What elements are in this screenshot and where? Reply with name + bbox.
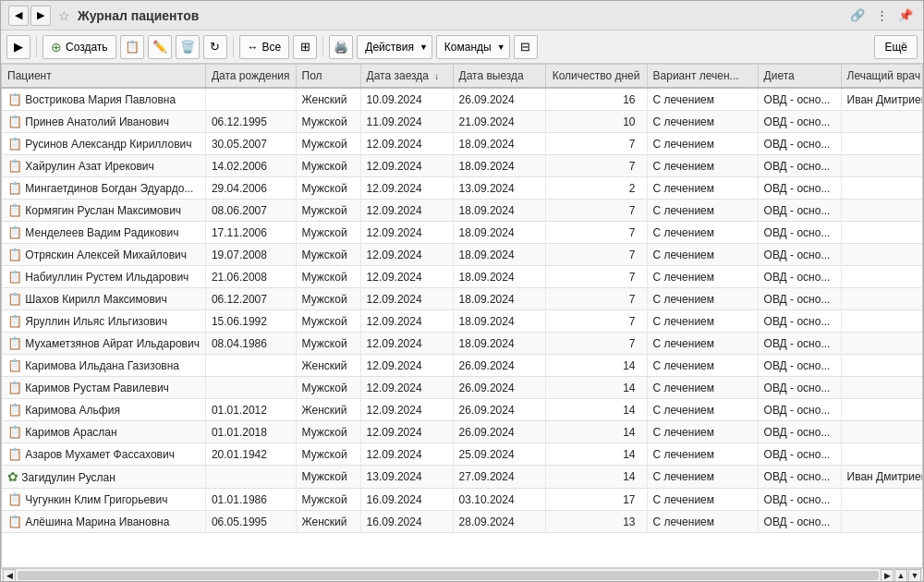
- cell-checkin: 12.09.2024: [360, 355, 453, 377]
- col-header-patient[interactable]: Пациент: [2, 65, 205, 88]
- table-row[interactable]: 📋 Отряскин Алексей Михайлович 19.07.2008…: [2, 244, 923, 266]
- table-row[interactable]: 📋 Каримова Альфия 01.01.2012 Женский 12.…: [2, 399, 923, 421]
- cell-patient: 📋 Азаров Мухамет Фассахович: [2, 443, 205, 466]
- table-row[interactable]: 📋 Менделеев Вадим Радикович 17.11.2006 М…: [2, 222, 923, 244]
- col-header-sex[interactable]: Пол: [296, 65, 360, 88]
- scroll-arrow-down[interactable]: ▼: [908, 569, 921, 582]
- col-header-diet[interactable]: Диета: [758, 65, 841, 88]
- cell-checkout: 26.09.2024: [453, 377, 545, 399]
- refresh-button[interactable]: ↻: [203, 35, 227, 59]
- cell-diet: ОВД - осно...: [758, 511, 841, 533]
- back-button[interactable]: ◀: [8, 6, 29, 26]
- cell-diet: ОВД - осно...: [758, 355, 841, 377]
- cell-diet: ОВД - осно...: [758, 421, 841, 443]
- cell-checkin: 12.09.2024: [360, 288, 453, 310]
- cell-diet: ОВД - осно...: [758, 177, 841, 200]
- favorite-star[interactable]: ☆: [58, 8, 70, 23]
- more-button[interactable]: Ещё: [874, 35, 918, 59]
- print-button[interactable]: 🖨️: [329, 35, 353, 59]
- cell-diet: ОВД - осно...: [758, 266, 841, 288]
- table-row[interactable]: 📋 Набиуллин Рустем Ильдарович 21.06.2008…: [2, 266, 923, 288]
- col-header-checkin[interactable]: Дата заезда ↓: [360, 65, 453, 88]
- all-filter-button[interactable]: ↔ Все: [239, 35, 290, 59]
- cell-diet: ОВД - осно...: [758, 377, 841, 399]
- cell-doctor: [841, 511, 923, 533]
- title-bar: ◀ ▶ ☆ Журнал пациентов 🔗 ⋮ 📌: [1, 1, 923, 30]
- filter-button[interactable]: ⊞: [293, 35, 317, 59]
- actions-label: Действия: [365, 41, 414, 54]
- pin-button[interactable]: 📌: [895, 6, 916, 26]
- cell-checkout: 26.09.2024: [453, 399, 545, 421]
- col-header-checkout[interactable]: Дата выезда: [453, 65, 545, 88]
- more-button[interactable]: ⋮: [871, 6, 892, 26]
- cell-dob: 17.11.2006: [205, 222, 296, 244]
- table-row[interactable]: 📋 Каримова Ильдана Газизовна Женский 12.…: [2, 355, 923, 377]
- table-row[interactable]: 📋 Яруллин Ильяс Ильгизович 15.06.1992 Му…: [2, 310, 923, 333]
- row-icon: 📋: [7, 336, 22, 350]
- table-row[interactable]: 📋 Мухаметзянов Айрат Ильдарович 08.04.19…: [2, 333, 923, 355]
- cell-days: 7: [545, 222, 647, 244]
- table-row[interactable]: 📋 Азаров Мухамет Фассахович 20.01.1942 М…: [2, 443, 923, 466]
- table-row[interactable]: 📋 Чугункин Клим Григорьевич 01.01.1986 М…: [2, 489, 923, 511]
- scroll-arrow-left[interactable]: ◀: [3, 569, 16, 582]
- edit-button[interactable]: ✏️: [148, 35, 172, 59]
- cell-sex: Женский: [296, 399, 360, 421]
- row-icon: 📋: [7, 515, 22, 528]
- cell-dob: 29.04.2006: [205, 177, 296, 200]
- nav-right-button[interactable]: ▶: [6, 35, 30, 59]
- table-row[interactable]: 📋 Алёшина Марина Ивановна 06.05.1995 Жен…: [2, 511, 923, 533]
- col-header-doctor[interactable]: Лечащий врач: [841, 65, 923, 88]
- cell-doctor: [841, 133, 923, 155]
- actions-button[interactable]: Действия ▼: [357, 35, 432, 59]
- col-header-days[interactable]: Количество дней: [545, 65, 647, 88]
- delete-button[interactable]: 🗑️: [176, 35, 200, 59]
- scroll-right-arrows[interactable]: ▶ ▲ ▼: [881, 569, 921, 582]
- cell-treatment: С лечением: [647, 133, 758, 155]
- table-row[interactable]: ✿ Загидулин Руслан Мужской 13.09.2024 27…: [2, 466, 923, 489]
- col-header-treatment[interactable]: Вариант лечен...: [647, 65, 758, 88]
- toolbar: ▶ ⊕ Создать 📋 ✏️ 🗑️ ↻ ↔ Все ⊞ 🖨️ Действи…: [1, 30, 923, 64]
- copy-button[interactable]: 📋: [120, 35, 144, 59]
- table-container[interactable]: Пациент Дата рождения Пол Дата заезда ↓ …: [1, 64, 923, 568]
- table-row[interactable]: 📋 Принев Анатолий Иванович 06.12.1995 Му…: [2, 111, 923, 133]
- cell-checkout: 18.09.2024: [453, 200, 545, 222]
- forward-button[interactable]: ▶: [30, 6, 51, 26]
- cell-dob: 30.05.2007: [205, 133, 296, 155]
- scroll-thumb[interactable]: [18, 571, 879, 580]
- cell-patient: 📋 Каримова Ильдана Газизовна: [2, 355, 205, 377]
- horizontal-scrollbar[interactable]: ◀ ▶ ▲ ▼: [1, 568, 923, 581]
- cell-days: 7: [545, 266, 647, 288]
- cell-checkin: 12.09.2024: [360, 222, 453, 244]
- cell-patient: 📋 Принев Анатолий Иванович: [2, 111, 205, 133]
- cell-checkin: 10.09.2024: [360, 88, 453, 111]
- commands-button[interactable]: Команды ▼: [436, 35, 510, 59]
- scroll-left-arrow[interactable]: ◀: [3, 569, 16, 582]
- cell-checkout: 18.09.2024: [453, 244, 545, 266]
- table-row[interactable]: 📋 Каримов Рустам Равилевич Мужской 12.09…: [2, 377, 923, 399]
- cell-dob: [205, 355, 296, 377]
- cell-treatment: С лечением: [647, 88, 758, 111]
- cell-checkin: 13.09.2024: [360, 466, 453, 489]
- cell-doctor: [841, 266, 923, 288]
- scroll-arrow-right[interactable]: ▶: [881, 569, 894, 582]
- cell-checkin: 12.09.2024: [360, 133, 453, 155]
- cell-dob: 20.01.1942: [205, 443, 296, 466]
- create-button[interactable]: ⊕ Создать: [43, 35, 116, 59]
- table-row[interactable]: 📋 Хайрулин Азат Ирекович 14.02.2006 Мужс…: [2, 155, 923, 177]
- row-icon: 📋: [7, 314, 22, 328]
- cell-sex: Мужской: [296, 200, 360, 222]
- table-row[interactable]: 📋 Каримов Араслан 01.01.2018 Мужской 12.…: [2, 421, 923, 443]
- col-header-dob[interactable]: Дата рождения: [205, 65, 296, 88]
- table-row[interactable]: 📋 Шахов Кирилл Максимович 06.12.2007 Муж…: [2, 288, 923, 310]
- columns-button[interactable]: ⊟: [514, 35, 538, 59]
- link-button[interactable]: 🔗: [847, 6, 868, 26]
- cell-doctor: [841, 288, 923, 310]
- cell-treatment: С лечением: [647, 244, 758, 266]
- table-row[interactable]: 📋 Русинов Александр Кириллович 30.05.200…: [2, 133, 923, 155]
- create-icon: ⊕: [51, 40, 62, 55]
- scroll-arrow-up[interactable]: ▲: [894, 569, 907, 582]
- table-row[interactable]: 📋 Кормягин Руслан Максимович 08.06.2007 …: [2, 200, 923, 222]
- table-row[interactable]: 📋 Вострикова Мария Павловна Женский 10.0…: [2, 88, 923, 111]
- table-row[interactable]: 📋 Мингаетдинов Богдан Эдуардо... 29.04.2…: [2, 177, 923, 200]
- cell-diet: ОВД - осно...: [758, 88, 841, 111]
